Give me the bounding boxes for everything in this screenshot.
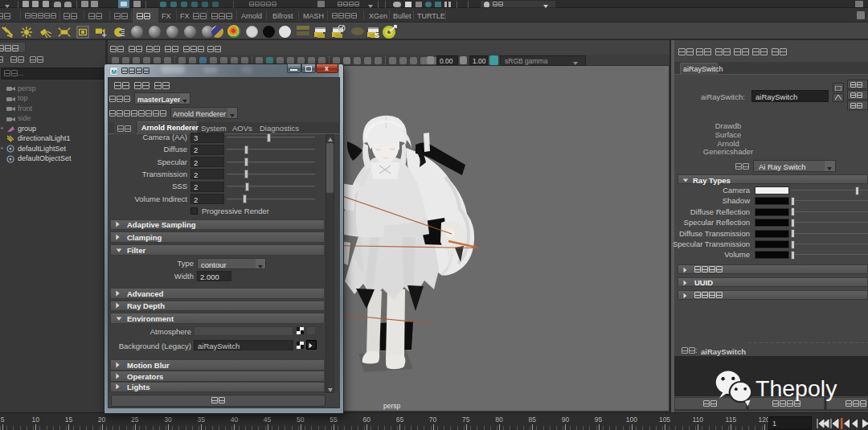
svg-text:S: S bbox=[375, 31, 379, 39]
svg-text:Thepoly: Thepoly bbox=[755, 375, 837, 401]
